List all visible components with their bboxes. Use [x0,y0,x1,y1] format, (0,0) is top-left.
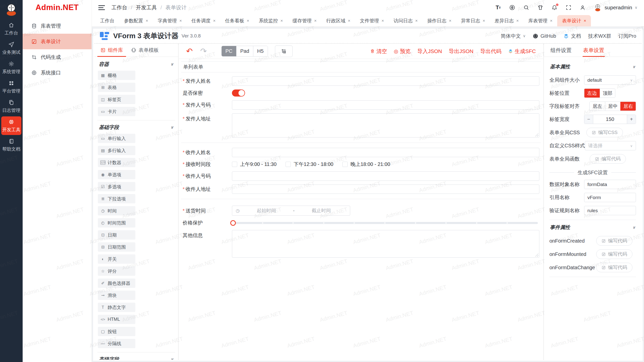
tab-dict-mgmt[interactable]: 字典管理× [153,15,187,26]
wx-group-link[interactable]: 技术WX群 [588,33,611,39]
component-text-input[interactable]: ▭单行输入 [98,134,135,143]
sidebar-item-db-table[interactable]: 库表管理 [23,18,92,34]
label-width-value[interactable]: 150 [593,115,627,124]
device-pad-button[interactable]: Pad [236,46,253,56]
sender-address-textarea[interactable] [232,113,539,138]
increase-button[interactable]: + [627,115,636,124]
section-containers[interactable]: 容器∨ [97,57,175,70]
breadcrumb-item[interactable]: 开发工具 [136,4,157,11]
component-divider[interactable]: —分隔线 [98,339,135,348]
recipient-phone-input[interactable] [232,171,539,181]
tab-form-design[interactable]: 表单设计× [557,15,591,26]
outline-tree-button[interactable] [275,46,293,57]
device-h5-button[interactable]: H5 [253,46,268,56]
close-icon[interactable]: × [382,18,384,23]
field-recipient-name[interactable]: *收件人姓名 [182,148,540,157]
custom-css-select[interactable]: 请选择∨ [585,141,636,150]
label-align-center-button[interactable]: 居中 [605,102,620,111]
search-icon[interactable] [523,4,530,11]
component-color-picker[interactable]: ✐颜色选择器 [98,279,135,288]
component-switch[interactable]: ◐开关 [98,254,135,264]
sender-name-input[interactable] [232,76,539,86]
sidebar-item-code-gen[interactable]: 代码生成 [23,49,92,65]
field-secret[interactable]: 是否保密 [182,89,540,97]
tab-file-mgmt[interactable]: 文件管理× [355,15,389,26]
field-delivery-time[interactable]: *送货时间 ◷ 起始时间 - 截止时间 [182,206,540,216]
tab-access-log[interactable]: 访问日志× [389,15,423,26]
tab-cache-mgmt[interactable]: 缓存管理× [288,15,321,26]
import-json-button[interactable]: 导入JSON [417,48,442,55]
field-other-info[interactable]: 其他信息 [182,230,540,258]
subscribe-pro-link[interactable]: 订阅Pro [618,33,636,39]
export-code-button[interactable]: 导出代码 [480,48,501,55]
component-slider[interactable]: ⊸滑块 [98,291,135,300]
component-static-text[interactable]: T静态文字 [98,303,135,312]
component-rate[interactable]: ☆评分 [98,266,135,276]
close-icon[interactable]: × [247,18,249,23]
component-time[interactable]: ◷时间 [98,206,135,215]
rail-item-workbench[interactable]: 工作台 [1,20,21,38]
close-icon[interactable]: × [179,18,182,23]
rail-item-platform-mgmt[interactable]: 平台管理 [1,78,21,96]
recipient-name-input[interactable] [232,148,539,157]
undo-icon[interactable]: ↶ [186,47,193,55]
tab-admin-region[interactable]: 行政区域× [321,15,355,26]
clear-button[interactable]: 清空 [370,48,387,55]
github-link[interactable]: GitHub [533,33,556,39]
field-sender-address[interactable]: *发件人地址 [182,113,540,138]
tab-form-templates[interactable]: 表单模板 [127,44,163,57]
theme-shirt-icon[interactable] [537,4,544,11]
label-position-left-button[interactable]: 左边 [584,89,600,98]
component-button[interactable]: ▢按钮 [98,327,135,336]
language-icon[interactable] [509,4,515,11]
component-card[interactable]: ▭卡片 [98,107,135,116]
data-object-name-input[interactable]: formData [584,180,636,189]
tab-diff-log[interactable]: 差异日志× [490,15,524,26]
secret-toggle[interactable] [232,89,245,97]
tab-task-schedule[interactable]: 任务调度× [187,15,220,26]
checkbox-morning[interactable]: 上午9:00 - 11:30 [232,161,276,168]
generate-sfc-button[interactable]: 生成SFC [508,48,536,55]
label-align-left-button[interactable]: 居左 [590,102,605,111]
edit-code-button[interactable]: 编写代码 [590,154,626,164]
delivery-time-range-picker[interactable]: ◷ 起始时间 - 截止时间 [232,206,350,216]
export-json-button[interactable]: 导出JSON [449,48,473,55]
user-menu[interactable]: superadmin ∨ [593,3,637,12]
edit-code-button[interactable]: 编写代码 [596,249,632,259]
field-recipient-address[interactable]: *收件人地址 [182,185,540,194]
tab-system-monitor[interactable]: 系统监控× [254,15,288,26]
breadcrumb-item[interactable]: 工作台 [111,4,127,11]
close-icon[interactable]: × [449,18,451,23]
language-select[interactable]: 简体中文∨ [501,33,526,39]
price-protection-slider[interactable] [232,222,538,224]
field-receive-period[interactable]: *接收时间段 上午9:00 - 11:30 下午12:30 - 18:00 晚上… [182,161,540,168]
component-radio[interactable]: ◉单选项 [98,170,135,179]
field-recipient-phone[interactable]: *收件人号码 [182,171,540,181]
component-checkbox[interactable]: ☑多选项 [98,182,135,191]
app-logo-icon[interactable] [4,3,18,17]
close-icon[interactable]: × [314,18,317,23]
component-time-range[interactable]: ◴时间范围 [98,218,135,228]
close-icon[interactable]: × [482,18,485,23]
edit-code-button[interactable]: 编写代码 [596,263,632,272]
tab-db-table[interactable]: 库表管理× [524,15,557,26]
collapse-menu-icon[interactable] [98,4,105,11]
sidebar-item-system-api[interactable]: 系统接口 [23,65,92,80]
tab-op-log[interactable]: 操作日志× [422,15,456,26]
decrease-button[interactable]: − [584,115,593,124]
preview-button[interactable]: ◎ 预览 [394,48,411,55]
sender-phone-input[interactable] [232,100,539,110]
user-icon[interactable] [579,4,586,11]
component-select[interactable]: ≣下拉选项 [98,194,135,203]
close-icon[interactable]: × [415,18,418,23]
close-icon[interactable]: × [550,18,552,23]
close-icon[interactable]: × [213,18,216,23]
tab-param-config[interactable]: 参数配置× [119,15,153,26]
component-textarea[interactable]: ▤多行输入 [98,146,135,155]
checkbox-afternoon[interactable]: 下午12:30 - 18:00 [286,161,333,168]
close-icon[interactable]: × [348,18,350,23]
component-tabs[interactable]: ◫标签页 [98,95,135,104]
component-number[interactable]: 123计数器 [98,158,135,167]
label-position-top-button[interactable]: 顶部 [600,89,615,98]
rail-item-dev-tools[interactable]: 开发工具 [1,116,21,135]
